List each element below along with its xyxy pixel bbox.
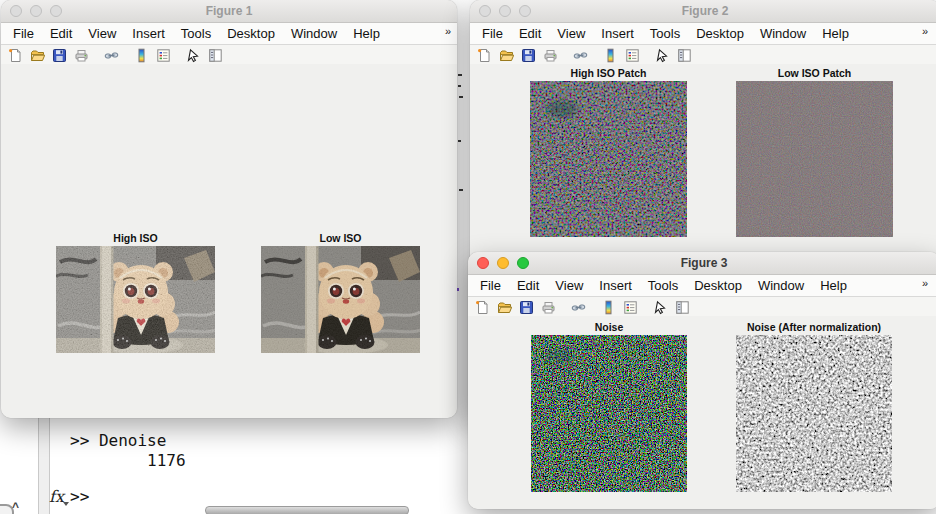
edit-plot-button[interactable] xyxy=(651,46,673,65)
link-plot-button[interactable] xyxy=(569,46,591,65)
insert-colorbar-button[interactable] xyxy=(599,46,621,65)
zoom-button[interactable] xyxy=(50,5,62,17)
menu-file[interactable]: File xyxy=(5,26,42,41)
open-file-button[interactable] xyxy=(493,298,515,317)
menu-help[interactable]: Help xyxy=(345,26,388,41)
menu-insert[interactable]: Insert xyxy=(593,26,642,41)
menu-insert[interactable]: Insert xyxy=(591,278,640,293)
menu-desktop[interactable]: Desktop xyxy=(688,26,752,41)
fx-function-hint-button[interactable]: fx xyxy=(49,487,64,506)
menu-desktop[interactable]: Desktop xyxy=(686,278,750,293)
traffic-lights xyxy=(477,257,529,269)
menu-insert[interactable]: Insert xyxy=(124,26,173,41)
property-inspector-button[interactable] xyxy=(671,298,693,317)
save-figure-button[interactable] xyxy=(48,46,70,65)
link-icon xyxy=(571,300,586,315)
new-figure-button[interactable] xyxy=(473,46,495,65)
low-iso-image xyxy=(261,246,420,353)
insert-colorbar-button[interactable] xyxy=(597,298,619,317)
save-figure-button[interactable] xyxy=(515,298,537,317)
menu-overflow-icon[interactable]: » xyxy=(922,25,928,37)
new-figure-button[interactable] xyxy=(4,46,26,65)
figure3-titlebar[interactable]: Figure 3 xyxy=(468,252,936,275)
low-iso-patch-image xyxy=(736,81,893,237)
command-prompt[interactable]: >> xyxy=(70,487,89,506)
minimize-button[interactable] xyxy=(30,5,42,17)
print-figure-button[interactable] xyxy=(537,298,559,317)
horizontal-scrollbar[interactable] xyxy=(205,506,409,514)
edit-plot-button[interactable] xyxy=(182,46,204,65)
close-button[interactable] xyxy=(10,5,22,17)
link-icon xyxy=(573,48,588,63)
background-editor-sliver xyxy=(458,140,461,142)
figure1-menubar: File Edit View Insert Tools Desktop Wind… xyxy=(1,23,457,45)
open-file-button[interactable] xyxy=(495,46,517,65)
save-floppy-icon xyxy=(521,48,536,63)
menu-tools[interactable]: Tools xyxy=(173,26,219,41)
menu-view[interactable]: View xyxy=(549,26,593,41)
menu-desktop[interactable]: Desktop xyxy=(219,26,283,41)
collapse-chevron-icon[interactable]: ^ xyxy=(12,500,19,514)
menu-window[interactable]: Window xyxy=(283,26,345,41)
colorbar-icon xyxy=(603,48,618,63)
figure2-titlebar[interactable]: Figure 2 xyxy=(470,0,936,23)
open-folder-icon xyxy=(499,48,514,63)
menu-tools[interactable]: Tools xyxy=(640,278,686,293)
menu-file[interactable]: File xyxy=(474,26,511,41)
axes-noise: Noise xyxy=(531,335,687,492)
new-figure-button[interactable] xyxy=(471,298,493,317)
property-inspector-button[interactable] xyxy=(204,46,226,65)
link-plot-button[interactable] xyxy=(567,298,589,317)
print-figure-button[interactable] xyxy=(70,46,92,65)
close-button[interactable] xyxy=(479,5,491,17)
legend-icon xyxy=(625,48,640,63)
axes-title: Noise (After normalization) xyxy=(716,321,912,333)
insert-legend-button[interactable] xyxy=(621,46,643,65)
edit-plot-button[interactable] xyxy=(649,298,671,317)
colorbar-icon xyxy=(601,300,616,315)
axes-title: High ISO xyxy=(36,232,235,244)
menu-help[interactable]: Help xyxy=(812,278,855,293)
menu-overflow-icon[interactable]: » xyxy=(922,277,928,289)
property-inspector-button[interactable] xyxy=(673,46,695,65)
menu-window[interactable]: Window xyxy=(750,278,812,293)
window-title: Figure 1 xyxy=(206,4,253,18)
high-iso-image xyxy=(56,246,215,353)
figure2-menubar: File Edit View Insert Tools Desktop Wind… xyxy=(470,23,936,45)
save-figure-button[interactable] xyxy=(517,46,539,65)
menu-file[interactable]: File xyxy=(472,278,509,293)
save-floppy-icon xyxy=(52,48,67,63)
menu-overflow-icon[interactable]: » xyxy=(445,25,451,37)
menu-view[interactable]: View xyxy=(547,278,591,293)
background-editor-sliver xyxy=(458,74,462,76)
menu-view[interactable]: View xyxy=(80,26,124,41)
open-file-button[interactable] xyxy=(26,46,48,65)
minimize-button[interactable] xyxy=(499,5,511,17)
legend-icon xyxy=(623,300,638,315)
insert-legend-button[interactable] xyxy=(619,298,641,317)
menu-edit[interactable]: Edit xyxy=(42,26,80,41)
insert-legend-button[interactable] xyxy=(152,46,174,65)
colorbar-icon xyxy=(134,48,149,63)
noise-normalized-image xyxy=(736,335,892,492)
figure1-titlebar[interactable]: Figure 1 xyxy=(1,0,457,23)
zoom-button[interactable] xyxy=(519,5,531,17)
printer-icon xyxy=(541,300,556,315)
menu-window[interactable]: Window xyxy=(752,26,814,41)
axes-title: Low ISO Patch xyxy=(716,67,913,79)
link-plot-button[interactable] xyxy=(100,46,122,65)
print-figure-button[interactable] xyxy=(539,46,561,65)
menu-help[interactable]: Help xyxy=(814,26,857,41)
menu-edit[interactable]: Edit xyxy=(511,26,549,41)
fx-dropdown-caret-icon xyxy=(63,502,69,506)
traffic-lights xyxy=(479,5,531,17)
close-button[interactable] xyxy=(477,257,489,269)
insert-colorbar-button[interactable] xyxy=(130,46,152,65)
minimize-button[interactable] xyxy=(497,257,509,269)
command-prompt-line[interactable]: fx >> xyxy=(49,487,64,507)
background-editor-sliver xyxy=(459,96,463,98)
menu-edit[interactable]: Edit xyxy=(509,278,547,293)
menu-tools[interactable]: Tools xyxy=(642,26,688,41)
new-document-icon xyxy=(475,300,490,315)
zoom-button[interactable] xyxy=(517,257,529,269)
